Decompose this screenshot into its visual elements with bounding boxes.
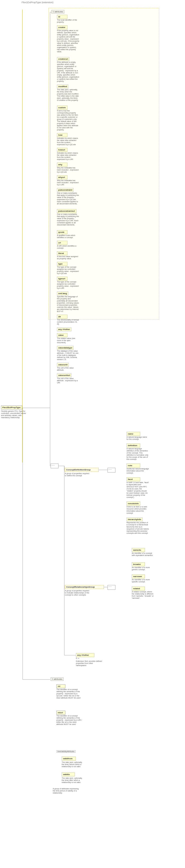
diagram-canvas: Flex2ExtPropType Flexible generic PCL-Ty…: [0, 4, 185, 868]
extension-header: Flex1ExtPropType (extension): [0, 0, 185, 4]
connectors: [0, 4, 185, 796]
